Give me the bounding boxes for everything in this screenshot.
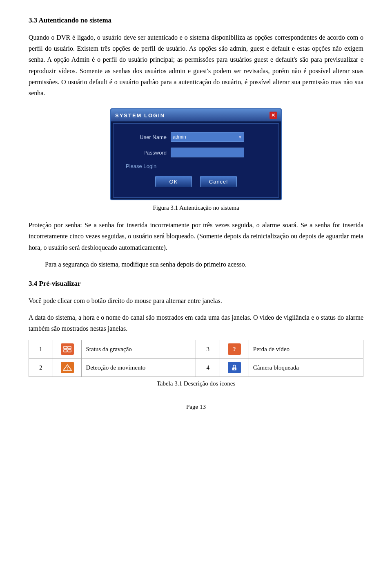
dialog-titlebar: SYSTEM LOGIN ✕ — [111, 109, 281, 121]
section-33-paragraph-3: Para a segurança do sistema, modifique s… — [45, 259, 363, 270]
row1-icon1 — [53, 340, 82, 359]
please-login-text: Please Login — [126, 163, 266, 169]
svg-rect-1 — [64, 350, 67, 352]
row1-icon2: ? — [220, 340, 249, 359]
section-33-title: 3.3 Autenticando no sistema — [29, 16, 363, 25]
username-row: User Name admin ▼ — [126, 132, 266, 142]
svg-rect-3 — [68, 350, 71, 352]
username-input-wrapper[interactable]: admin ▼ — [171, 132, 244, 142]
password-label: Password — [126, 150, 167, 156]
row2-num2: 4 — [196, 359, 220, 377]
dialog-buttons: OK Cancel — [126, 176, 266, 187]
section-34: 3.4 Pré-visualizar Você pode clicar com … — [29, 280, 363, 334]
row2-icon1: ! — [53, 359, 82, 377]
dialog-close-button[interactable]: ✕ — [270, 112, 277, 119]
row1-num2: 3 — [196, 340, 220, 359]
motion-detect-icon: ! — [61, 362, 74, 373]
page-number: Page 13 — [29, 403, 363, 410]
video-loss-icon: ? — [228, 343, 241, 355]
icon-table: 1 Status da gravação 3 ? — [29, 340, 363, 377]
row2-icon2 — [220, 359, 249, 377]
username-value: admin — [173, 134, 238, 140]
section-34-paragraph-2: A data do sistema, a hora e o nome do ca… — [29, 312, 363, 334]
row1-num1: 1 — [29, 340, 53, 359]
table-row: 2 ! Detecção de movimento 4 — [29, 359, 363, 377]
svg-text:!: ! — [67, 367, 68, 370]
password-row: Password — [126, 148, 266, 157]
ok-button[interactable]: OK — [155, 176, 192, 187]
section-33-paragraph-1: Quando o DVR é ligado, o usuário deve se… — [29, 32, 363, 99]
svg-rect-2 — [68, 346, 71, 349]
row1-label2: Perda de vídeo — [249, 340, 363, 359]
svg-text:?: ? — [233, 346, 236, 352]
row2-label2: Câmera bloqueada — [249, 359, 363, 377]
row2-label1: Detecção de movimento — [82, 359, 196, 377]
username-label: User Name — [126, 134, 167, 140]
dialog-title: SYSTEM LOGIN — [115, 112, 165, 119]
svg-rect-0 — [64, 346, 67, 349]
row1-label1: Status da gravação — [82, 340, 196, 359]
figure-caption: Figura 3.1 Autenticação no sistema — [29, 204, 363, 211]
login-dialog-wrapper: SYSTEM LOGIN ✕ User Name admin ▼ Passwor… — [29, 108, 363, 200]
cancel-button[interactable]: Cancel — [200, 176, 237, 187]
login-dialog: SYSTEM LOGIN ✕ User Name admin ▼ Passwor… — [110, 108, 282, 200]
section-34-paragraph-1: Você pode clicar com o botão direito do … — [29, 295, 363, 306]
row2-num1: 2 — [29, 359, 53, 377]
dialog-body: User Name admin ▼ Password Please Login … — [113, 123, 279, 198]
username-dropdown-arrow: ▼ — [238, 135, 242, 139]
table-row: 1 Status da gravação 3 ? — [29, 340, 363, 359]
recording-status-icon — [61, 343, 74, 355]
camera-blocked-icon — [228, 362, 241, 373]
password-input-wrapper[interactable] — [171, 148, 244, 157]
section-34-title: 3.4 Pré-visualizar — [29, 280, 363, 288]
table-caption: Tabela 3.1 Descrição dos ícones — [29, 380, 363, 387]
section-33-paragraph-2: Proteção por senha: Se a senha for inser… — [29, 220, 363, 253]
svg-point-8 — [234, 369, 235, 370]
